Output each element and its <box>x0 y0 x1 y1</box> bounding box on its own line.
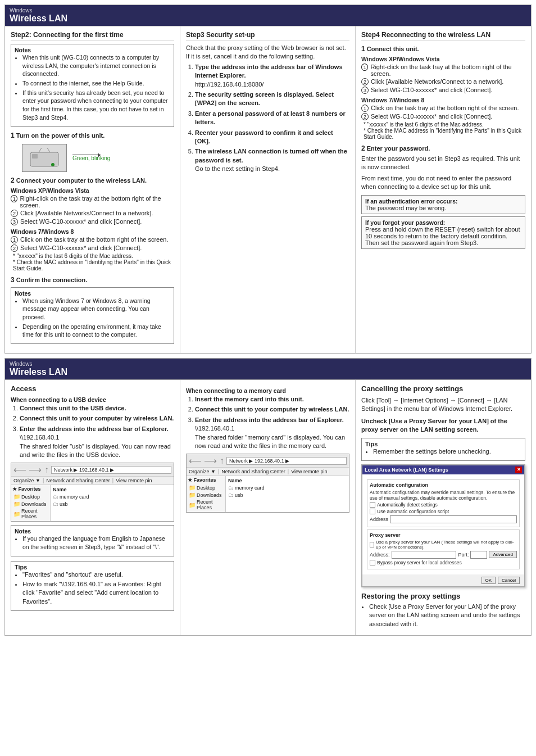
notes-box-2: Notes When using Windows 7 or Windows 8,… <box>11 287 174 344</box>
proxy-checkbox-label: Use a proxy server for your LAN (These s… <box>376 540 517 550</box>
win7-items-1: 1 Click on the task tray at the bottom r… <box>11 236 174 271</box>
winxp-item: 1 Right-click on the task tray at the bo… <box>11 195 174 209</box>
top-section-title: Wireless LAN <box>10 13 526 24</box>
restore-list: Check [Use a Proxy Server for your LAN] … <box>361 603 525 628</box>
auth-error-title: If an authentication error occurs: <box>365 198 521 205</box>
proxy-port-input[interactable] <box>470 551 487 559</box>
proxy-tip-item: Remember the settings before unchecking. <box>373 447 521 456</box>
notes-title-1: Notes <box>15 47 170 53</box>
step4-win7-item: 2 Select WG-C10-xxxxxx* and click [Conne… <box>361 113 525 120</box>
bottom-notes-list: If you changed the language from English… <box>15 535 170 551</box>
auth-error-box: If an authentication error occurs: The p… <box>361 195 525 214</box>
win7-heading-1: Windows 7/Windows 8 <box>11 228 174 235</box>
mem-sidebar-desktop: 📁Desktop <box>188 484 224 491</box>
explorer-toolbar: ⟵ ⟶ ↑ Network ▶ 192.168.40.1 ▶ <box>11 463 174 477</box>
step4-win7-items: 1 Click on the task tray at the bottom r… <box>361 105 525 140</box>
usb-title: When connecting to a USB device <box>11 396 174 403</box>
mem-file-memory: 🗂memory card <box>227 484 348 491</box>
step3-item-2: The security setting screen is displayed… <box>195 90 349 108</box>
svg-line-4 <box>47 148 50 152</box>
sidebar-recent: 📁Recent Places <box>12 508 49 520</box>
mem-step-1: Insert the memory card into this unit. <box>195 395 349 404</box>
proxy-port-label: Port: <box>458 552 469 558</box>
proxy-server-section: Proxy server Use a proxy server for your… <box>367 529 520 569</box>
file-usb: 🗂usb <box>52 500 172 508</box>
address-label: Address <box>370 517 388 522</box>
dialog-close-button[interactable]: ✕ <box>515 467 522 473</box>
step4-winxp-items: 1 Right-click on the task tray at the bo… <box>361 64 525 94</box>
note-item: When using Windows 7 or Windows 8, a war… <box>22 297 170 322</box>
explorer-body-mem: ★ Favorites 📁Desktop 📁Downloads 📁Recent … <box>187 476 349 512</box>
explorer-nav: Organize ▼ | Network and Sharing Center … <box>11 477 174 485</box>
explorer-sidebar-mem: ★ Favorites 📁Desktop 📁Downloads 📁Recent … <box>187 476 226 512</box>
bypass-row: Bypass proxy server for local addresses <box>370 560 517 565</box>
auto-script-label: Use automatic configuration script <box>377 509 449 514</box>
auto-script-checkbox[interactable] <box>370 509 375 514</box>
notes-box-1: Notes When this unit (WG-C10) connects t… <box>11 44 174 127</box>
proxy-tips: Tips Remember the settings before unchec… <box>361 438 525 461</box>
restore-title: Restoring the proxy settings <box>361 592 525 600</box>
bottom-section-header: Windows Wireless LAN <box>5 359 531 379</box>
col-step4: Step4 Reconnecting to the wireless LAN 1… <box>356 26 531 353</box>
win7-item: 1 Click on the task tray at the bottom r… <box>11 236 174 243</box>
step4-win7-title: Windows 7/Windows 8 <box>361 97 525 103</box>
col1-title: Step2: Connecting for the first time <box>11 31 174 40</box>
usb-step-3: Enter the address into the address bar o… <box>20 425 174 460</box>
explorer-nav-mem: Organize ▼ | Network and Sharing Center … <box>187 468 349 476</box>
winxp-heading-1: Windows XP/Windows Vista <box>11 187 174 194</box>
top-section: Windows Wireless LAN Step2: Connecting f… <box>4 4 532 354</box>
win7-item: 2 Select WG-C10-xxxxxx* and click [Conne… <box>11 245 174 252</box>
dialog-footer: OK Cancel <box>362 574 524 586</box>
auto-script-row: Use automatic configuration script <box>370 509 517 514</box>
step3-item-3: Enter a personal password of at least 8 … <box>195 110 349 127</box>
step4-win7-item: 1 Click on the task tray at the bottom r… <box>361 105 525 112</box>
explorer-memory: ⟵ ⟶ ↑ Network ▶ 192.168.40.1 ▶ Organize … <box>186 454 349 513</box>
memory-steps: Insert the memory card into this unit. C… <box>186 395 349 450</box>
usb-step-2: Connect this unit to your computer by wi… <box>20 414 174 423</box>
file-memory: 🗂memory card <box>52 493 172 500</box>
bypass-checkbox[interactable] <box>370 560 375 565</box>
restore-item: Check [Use a Proxy Server for your LAN] … <box>369 603 525 628</box>
proxy-address-label: Address: <box>370 552 390 558</box>
auto-detect-label: Automatically detect settings <box>377 502 438 508</box>
bypass-label: Bypass proxy server for local addresses <box>377 560 462 565</box>
proxy-tips-list: Remember the settings before unchecking. <box>365 447 521 456</box>
step3-item-4: Reenter your password to confirm it and … <box>195 129 349 146</box>
proxy-address-input[interactable] <box>392 551 457 559</box>
dialog-cancel-btn[interactable]: Cancel <box>498 577 520 584</box>
auth-error-text: The password may be wrong. <box>365 205 521 211</box>
winxp-item: 2 Click [Available Networks/Connect to a… <box>11 210 174 217</box>
bottom-columns: Access When connecting to a USB device C… <box>5 379 531 635</box>
green-blinking-label: Green, blinking <box>72 155 110 161</box>
proxy-checkbox-row: Use a proxy server for your LAN (These s… <box>370 540 517 550</box>
winxp-items-1: 1 Right-click on the task tray at the bo… <box>11 195 174 225</box>
step4-winxp-title: Windows XP/Windows Vista <box>361 56 525 62</box>
auto-detect-checkbox[interactable] <box>370 502 375 508</box>
mem-sidebar-downloads: 📁Downloads <box>188 491 224 499</box>
mem-file-usb: 🗂usb <box>227 491 348 499</box>
dialog-ok-btn[interactable]: OK <box>482 577 496 584</box>
col-memory: When connecting to a memory card Insert … <box>180 380 356 635</box>
win7-note2: * Check the MAC address in "Identifying … <box>13 259 174 271</box>
proxy-advanced-btn[interactable]: Advanced <box>489 551 517 558</box>
address-input[interactable] <box>390 515 517 523</box>
sidebar-downloads: 📁Downloads <box>12 500 49 508</box>
dialog-title: Local Area Network (LAN) Settings <box>365 467 448 473</box>
col2-title: Step3 Security set-up <box>186 31 349 40</box>
nav-path-usb: Network ▶ 192.168.40.1 ▶ <box>51 466 171 474</box>
bottom-tips-title: Tips <box>15 564 170 571</box>
note-item: Depending on the operating environment, … <box>22 323 170 339</box>
usb-step-1: Connect this unit to the USB device. <box>20 404 174 413</box>
step3-item-1: Type the address into the address bar of… <box>195 63 349 89</box>
auto-detect-row: Automatically detect settings <box>370 502 517 508</box>
access-title: Access <box>11 384 174 393</box>
explorer-main-mem: Name 🗂memory card 🗂usb <box>226 476 349 512</box>
explorer-sidebar: ★ Favorites 📁Desktop 📁Downloads 📁Recent … <box>11 485 51 521</box>
proxy-checkbox[interactable] <box>370 542 374 547</box>
address-row: Address <box>370 515 517 523</box>
memory-title: When connecting to a memory card <box>186 387 349 394</box>
win7-note: * "xxxxxx" is the last 6 digits of the M… <box>13 253 174 259</box>
sidebar-desktop: 📁Desktop <box>12 493 49 500</box>
explorer-usb: ⟵ ⟶ ↑ Network ▶ 192.168.40.1 ▶ Organize … <box>11 463 174 522</box>
note-item: When this unit (WG-C10) connects to a co… <box>22 53 170 78</box>
